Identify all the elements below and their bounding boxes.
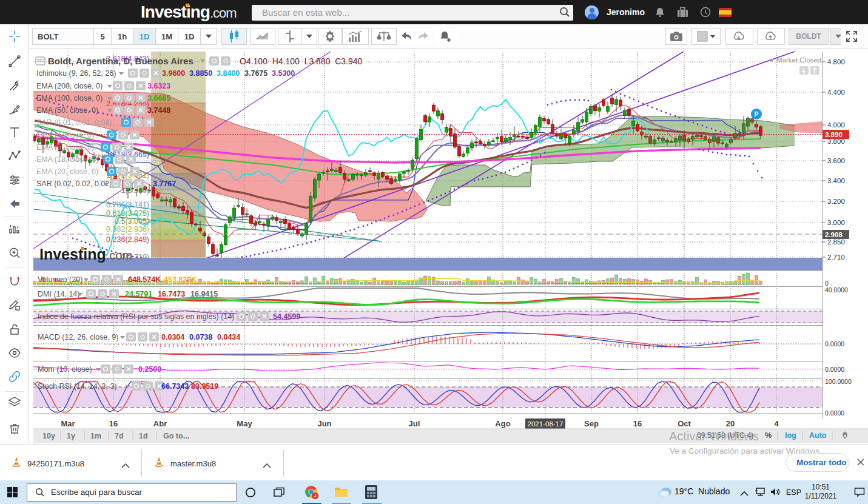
svg-text:Jul: Jul bbox=[409, 419, 420, 428]
svg-text:EMA (9, close, 0): EMA (9, close, 0) bbox=[36, 143, 94, 152]
svg-text:0.0304: 0.0304 bbox=[161, 333, 184, 341]
svg-text:SAR (0.02, 0.02, 0.02): SAR (0.02, 0.02, 0.02) bbox=[36, 180, 112, 188]
svg-text:DMI (14, 14): DMI (14, 14) bbox=[38, 290, 79, 298]
svg-text:Abr: Abr bbox=[153, 419, 167, 428]
svg-text:Go to...: Go to... bbox=[163, 432, 189, 440]
svg-text:0.0738: 0.0738 bbox=[189, 333, 212, 341]
svg-text:10y: 10y bbox=[42, 432, 55, 440]
svg-text:40.0000: 40.0000 bbox=[825, 286, 848, 294]
svg-text:0.2500: 0.2500 bbox=[138, 365, 161, 374]
svg-text:EMA (100, close, 0): EMA (100, close, 0) bbox=[36, 94, 103, 102]
svg-text:O4.100 H4.100 L3.880 C3.940: O4.100 H4.100 L3.880 C3.940 bbox=[240, 56, 363, 66]
svg-text:2.850: 2.850 bbox=[827, 238, 845, 246]
svg-text:EMA (20, close, 0): EMA (20, close, 0) bbox=[36, 167, 98, 176]
svg-text:Oct: Oct bbox=[678, 419, 691, 428]
svg-text:SAR (0.01, 0.01, 0.04): SAR (0.01, 0.01, 0.04) bbox=[36, 118, 112, 127]
svg-text:1y: 1y bbox=[67, 432, 75, 440]
svg-text:Boldt, Argentina, D, Buenos Ai: Boldt, Argentina, D, Buenos Aires bbox=[48, 56, 193, 66]
svg-text:Mom (10, close): Mom (10, close) bbox=[38, 365, 92, 374]
svg-text:1d: 1d bbox=[139, 432, 148, 440]
svg-text:7d: 7d bbox=[115, 432, 124, 440]
svg-text:3.400: 3.400 bbox=[827, 177, 845, 184]
svg-text:EMA (200, close, 0): EMA (200, close, 0) bbox=[36, 82, 103, 90]
svg-text:3.7448: 3.7448 bbox=[147, 106, 170, 115]
svg-text:3.9600: 3.9600 bbox=[162, 69, 185, 78]
svg-text:54.4599: 54.4599 bbox=[273, 312, 300, 321]
svg-text:Indice de fuerza relativa (RSI: Indice de fuerza relativa (RSI por sus s… bbox=[38, 312, 234, 321]
svg-text:3.200: 3.200 bbox=[827, 198, 845, 205]
svg-text:3.8850: 3.8850 bbox=[189, 69, 212, 78]
svg-text:0.0000: 0.0000 bbox=[825, 340, 844, 348]
svg-text:log: log bbox=[785, 431, 796, 440]
svg-text:100.0000: 100.0000 bbox=[825, 378, 852, 385]
svg-text:P: P bbox=[755, 111, 759, 118]
svg-text:EMA (50, close, 0): EMA (50, close, 0) bbox=[36, 106, 98, 115]
svg-text:MACD (12, 26, close, 9): MACD (12, 26, close, 9) bbox=[38, 333, 118, 341]
svg-text:16: 16 bbox=[109, 419, 118, 428]
svg-text:0.786(3.141): 0.786(3.141) bbox=[106, 201, 149, 209]
svg-text:0.0434: 0.0434 bbox=[217, 333, 240, 341]
svg-text:Activar Windows: Activar Windows bbox=[669, 429, 759, 443]
svg-text:4.000: 4.000 bbox=[827, 121, 845, 129]
svg-text:Stoch RSI (14, 14, 3, 3): Stoch RSI (14, 14, 3, 3) bbox=[38, 382, 117, 391]
svg-text:66.7343: 66.7343 bbox=[161, 382, 189, 391]
svg-text:3.890: 3.890 bbox=[825, 131, 843, 138]
svg-text:Auto: Auto bbox=[809, 431, 827, 440]
svg-text:EMA (18, close, 0): EMA (18, close, 0) bbox=[36, 155, 98, 164]
svg-text:453.829K: 453.829K bbox=[164, 275, 197, 284]
svg-text:3.7675: 3.7675 bbox=[244, 69, 267, 78]
svg-text:1m: 1m bbox=[90, 432, 101, 440]
svg-text:2021-08-17: 2021-08-17 bbox=[528, 420, 564, 428]
svg-text:3.6685: 3.6685 bbox=[147, 94, 170, 102]
svg-text:4.400: 4.400 bbox=[827, 89, 845, 96]
svg-text:24.5791: 24.5791 bbox=[125, 290, 152, 298]
svg-text:Market Closed: Market Closed bbox=[776, 56, 821, 64]
svg-text:0.5(3.005): 0.5(3.005) bbox=[115, 217, 149, 226]
svg-text:0.0000: 0.0000 bbox=[825, 366, 844, 373]
svg-text:0.236(2.849): 0.236(2.849) bbox=[106, 235, 149, 244]
svg-text:20: 20 bbox=[726, 419, 735, 428]
svg-text:3.6323: 3.6323 bbox=[147, 82, 170, 90]
svg-text:16.9415: 16.9415 bbox=[190, 290, 218, 298]
svg-text:2.710: 2.710 bbox=[827, 254, 845, 261]
svg-text:Sep: Sep bbox=[584, 419, 599, 428]
svg-text:83.9519: 83.9519 bbox=[191, 382, 218, 391]
svg-text:16.7473: 16.7473 bbox=[158, 290, 185, 298]
svg-text:0.382(2.936): 0.382(2.936) bbox=[106, 225, 149, 234]
svg-text:0.618(3.075): 0.618(3.075) bbox=[106, 209, 149, 218]
svg-text:3.5300: 3.5300 bbox=[272, 69, 295, 78]
svg-text:2.908: 2.908 bbox=[825, 231, 843, 238]
svg-text:3.600: 3.600 bbox=[827, 157, 845, 164]
svg-text:3.000: 3.000 bbox=[827, 219, 845, 226]
svg-text:4: 4 bbox=[774, 419, 779, 428]
svg-text:Investing.com: Investing.com bbox=[39, 246, 132, 263]
svg-text:Ago: Ago bbox=[495, 419, 510, 428]
svg-text:EMA (4, close, 0): EMA (4, close, 0) bbox=[36, 131, 94, 139]
svg-text:3.8400: 3.8400 bbox=[217, 69, 240, 78]
svg-text:J: J bbox=[314, 493, 316, 499]
svg-text:0.0000: 0.0000 bbox=[825, 409, 844, 417]
svg-text:May: May bbox=[237, 419, 252, 428]
svg-text:3.7767: 3.7767 bbox=[153, 180, 176, 188]
svg-text:Jun: Jun bbox=[317, 419, 331, 428]
svg-text:648.574K: 648.574K bbox=[128, 275, 161, 284]
svg-text:Ichimoku (9, 26, 52, 26): Ichimoku (9, 26, 52, 26) bbox=[36, 69, 116, 78]
svg-text:16: 16 bbox=[633, 419, 642, 428]
svg-text:Mar: Mar bbox=[61, 419, 75, 428]
svg-text:%: % bbox=[765, 431, 772, 440]
svg-text:Volumen (20): Volumen (20) bbox=[38, 275, 82, 284]
svg-text:4.800: 4.800 bbox=[827, 58, 845, 66]
